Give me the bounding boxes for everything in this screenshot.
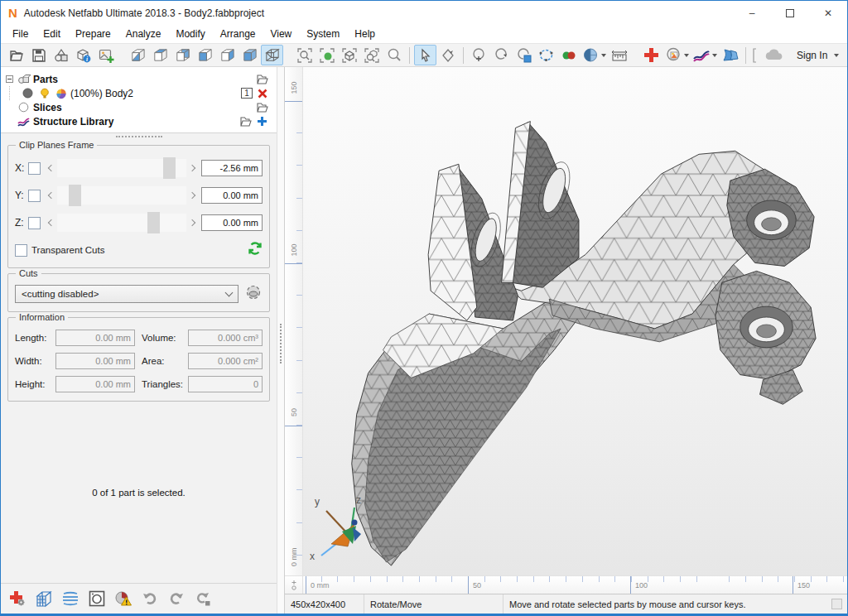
clip-x-value[interactable]: -2.56 mm [201, 160, 263, 176]
viewport-canvas[interactable]: y z x [303, 67, 847, 575]
toggle-part-colors-button[interactable] [557, 45, 580, 65]
save-button[interactable] [27, 45, 50, 65]
slider-right-icon[interactable] [189, 165, 195, 171]
clip-z-row: Z: 0.00 mm [15, 213, 263, 233]
window-title: Autodesk Netfabb Ultimate 2018.3 - Body2… [24, 7, 264, 19]
slice-waves-button[interactable] [691, 45, 719, 65]
repair-cross-button[interactable] [640, 45, 662, 65]
collapse-icon[interactable] [6, 75, 13, 83]
menu-arrange[interactable]: Arrange [213, 26, 263, 42]
view-cube-solid-button[interactable] [238, 45, 261, 65]
zoom-to-parts-button[interactable] [316, 45, 338, 65]
open-parts-folder-icon[interactable] [255, 73, 269, 85]
panel-splitter[interactable] [1, 133, 277, 140]
sign-in-button[interactable]: Sign In [797, 50, 827, 61]
transparent-cuts-checkbox[interactable] [15, 244, 27, 257]
menu-modify[interactable]: Modify [168, 26, 212, 42]
menu-view[interactable]: View [263, 26, 299, 42]
view-cube-transparent-button[interactable] [261, 45, 283, 65]
main-toolbar: i Sign In [1, 43, 847, 67]
shading-mode-button[interactable] [580, 45, 608, 65]
part-visibility-bulb-icon[interactable] [37, 87, 51, 99]
slice-stack-button[interactable] [59, 588, 81, 610]
zoom-in-circle-button[interactable] [468, 45, 490, 65]
clip-x-thumb[interactable] [163, 157, 176, 179]
menu-file[interactable]: File [5, 26, 36, 42]
redo-to-state-button[interactable] [191, 588, 214, 610]
refresh-clip-icon[interactable] [248, 241, 263, 259]
clip-y-value[interactable]: 0.00 mm [201, 187, 263, 204]
package-box-button[interactable] [85, 588, 108, 610]
add-structure-icon[interactable] [255, 115, 269, 128]
panel-viewport-splitter[interactable] [277, 67, 285, 614]
tree-item-parts[interactable]: Parts [6, 72, 272, 86]
part-count-badge: 1 [241, 88, 253, 99]
delete-part-icon[interactable] [255, 87, 269, 99]
clip-z-thumb[interactable] [147, 212, 160, 233]
repair-settings-button[interactable] [6, 588, 28, 610]
add-part-button[interactable] [94, 45, 117, 65]
clip-z-checkbox[interactable] [28, 217, 41, 229]
maximize-button[interactable] [771, 1, 809, 25]
tree-item-body2[interactable]: (100%) Body2 1 [6, 86, 272, 100]
view-cube-back-button[interactable] [171, 45, 194, 65]
redo-button[interactable] [165, 588, 187, 610]
close-button[interactable]: ✕ [809, 1, 847, 25]
open-structure-folder-icon[interactable] [238, 115, 253, 128]
clip-x-row: X: -2.56 mm [15, 158, 263, 178]
clip-y-checkbox[interactable] [28, 190, 41, 202]
undo-button[interactable] [138, 588, 161, 610]
part-color-dot-icon[interactable] [21, 87, 35, 99]
tree-indent [9, 86, 21, 100]
pie-warning-button[interactable] [112, 588, 134, 610]
menu-system[interactable]: System [299, 26, 347, 42]
export-cut-icon[interactable] [244, 284, 263, 304]
open-project-button[interactable] [5, 45, 27, 65]
view-cube-top-button[interactable] [149, 45, 171, 65]
lasso-selection-button[interactable] [535, 45, 557, 65]
minimize-button[interactable]: – [733, 1, 771, 25]
part-information-button[interactable]: i [72, 45, 94, 65]
rotate-view-button[interactable] [436, 45, 459, 65]
slider-right-icon[interactable] [189, 219, 195, 226]
part-colors-wheel-icon[interactable] [54, 87, 68, 99]
major-tick [468, 576, 469, 594]
rotate-circle-button[interactable] [490, 45, 513, 65]
clip-z-value[interactable]: 0.00 mm [201, 214, 263, 231]
menu-help[interactable]: Help [347, 26, 383, 42]
sign-in-caret-icon[interactable] [834, 54, 839, 57]
slider-left-icon[interactable] [48, 192, 55, 199]
select-cursor-button[interactable] [414, 45, 436, 65]
zoom-region-button[interactable] [293, 45, 316, 65]
surface-patch-button[interactable] [719, 45, 741, 65]
measure-ruler-button[interactable] [608, 45, 630, 65]
scale-circle-button[interactable] [513, 45, 535, 65]
tree-item-slices[interactable]: Slices [6, 100, 272, 114]
menu-bar: File Edit Prepare Analyze Modify Arrange… [1, 25, 847, 43]
clip-x-slider[interactable] [57, 159, 186, 177]
mesh-model[interactable] [303, 67, 847, 575]
view-cube-bottom-button[interactable] [127, 45, 149, 65]
wireframe-box-button[interactable] [32, 588, 55, 610]
view-cube-front-button[interactable] [194, 45, 216, 65]
status-hint: Move and rotate selected parts by mouse … [504, 594, 826, 614]
clip-z-slider[interactable] [57, 214, 186, 232]
menu-edit[interactable]: Edit [36, 26, 68, 42]
zoom-to-model-button[interactable] [338, 45, 360, 65]
magnifier-button[interactable] [383, 45, 405, 65]
slider-left-icon[interactable] [48, 219, 55, 226]
clip-y-slider[interactable] [57, 186, 186, 205]
parts-shapes-button[interactable] [50, 45, 72, 65]
clip-x-checkbox[interactable] [28, 162, 41, 175]
menu-prepare[interactable]: Prepare [68, 26, 118, 42]
slider-left-icon[interactable] [48, 165, 55, 171]
color-analysis-button[interactable] [662, 45, 691, 65]
clip-y-thumb[interactable] [69, 185, 81, 206]
zoom-all-button[interactable] [360, 45, 383, 65]
open-slices-folder-icon[interactable] [255, 101, 269, 113]
cuts-dropdown[interactable]: <cutting disabled> [15, 285, 238, 303]
view-cube-right-button[interactable] [216, 45, 238, 65]
tree-item-structure-library[interactable]: Structure Library [6, 114, 272, 128]
slider-right-icon[interactable] [189, 192, 195, 199]
menu-analyze[interactable]: Analyze [118, 26, 169, 42]
